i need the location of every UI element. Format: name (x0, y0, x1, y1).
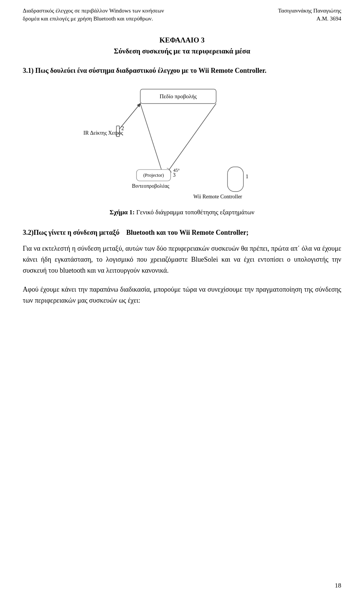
section1-title: 3.1) Πως δουλεύει ένα σύστημα διαδραστικ… (23, 66, 341, 76)
header-left: Διαδραστικός έλεγχος σε περιβάλλον Windo… (23, 7, 164, 23)
page: Διαδραστικός έλεγχος σε περιβάλλον Windo… (0, 0, 364, 597)
header-right: Τασιγιαννάκης Παναγιώτης Α.Μ. 3694 (278, 7, 341, 23)
section2-title-part2: Bluetooth και του Wii Remote Controller; (126, 229, 249, 236)
num3: 3 (173, 172, 176, 178)
diagram-area: Πεδίο προβολής IR Δείκτης Χειρός 2 45° (23, 83, 341, 205)
num1: 1 (246, 174, 248, 179)
section2-paragraph2: Αφού έχουμε κάνει την παραπάνω διαδικασί… (23, 284, 341, 306)
diagram-svg: Πεδίο προβολής IR Δείκτης Χειρός 2 45° (76, 83, 288, 205)
figure-caption-bold: Σχήμα 1: (110, 209, 135, 216)
figure-caption-text: Γενικό διάγραμμα τοποθέτησης εξαρτημάτων (135, 209, 254, 216)
label-projection-field: Πεδίο προβολής (160, 93, 197, 99)
label-projector: (Projector) (143, 173, 164, 178)
header: Διαδραστικός έλεγχος σε περιβάλλον Windo… (23, 0, 341, 27)
label-videoproj: Βιντεοπροβολέας (132, 183, 169, 189)
chapter-title: ΚΕΦΑΛΑΙΟ 3 Σύνδεση συσκευής με τα περιφε… (23, 35, 341, 57)
header-left-line1: Διαδραστικός έλεγχος σε περιβάλλον Windo… (23, 7, 164, 15)
svg-rect-7 (228, 167, 243, 192)
chapter-title-line1: ΚΕΦΑΛΑΙΟ 3 (23, 35, 341, 46)
num2: 2 (121, 126, 124, 131)
svg-line-5 (164, 104, 216, 177)
chapter-title-line2: Σύνδεση συσκευής με τα περιφερειακά μέσα (23, 46, 341, 57)
label-ir: IR Δείκτης Χειρός (83, 130, 123, 136)
section2-title-part1: 3.2)Πως γίνετε η σύνδεση μεταξύ (23, 229, 119, 236)
header-right-line2: Α.Μ. 3694 (278, 15, 341, 23)
svg-line-2 (119, 104, 140, 129)
svg-line-4 (140, 104, 164, 177)
section2-paragraph1: Για να εκτελεστή η σύνδεση μεταξύ, αυτών… (23, 243, 341, 276)
footer-page-number: 18 (335, 582, 341, 589)
header-left-line2: δρομέα και επιλογές με χρήση Bluetooth κ… (23, 15, 164, 23)
section2-title: 3.2)Πως γίνετε η σύνδεση μεταξύ Bluetoot… (23, 228, 341, 238)
label-wii: Wii Remote Controller (193, 194, 242, 200)
figure-caption: Σχήμα 1: Γενικό διάγραμμα τοποθέτησης εξ… (23, 209, 341, 216)
header-right-line1: Τασιγιαννάκης Παναγιώτης (278, 7, 341, 15)
